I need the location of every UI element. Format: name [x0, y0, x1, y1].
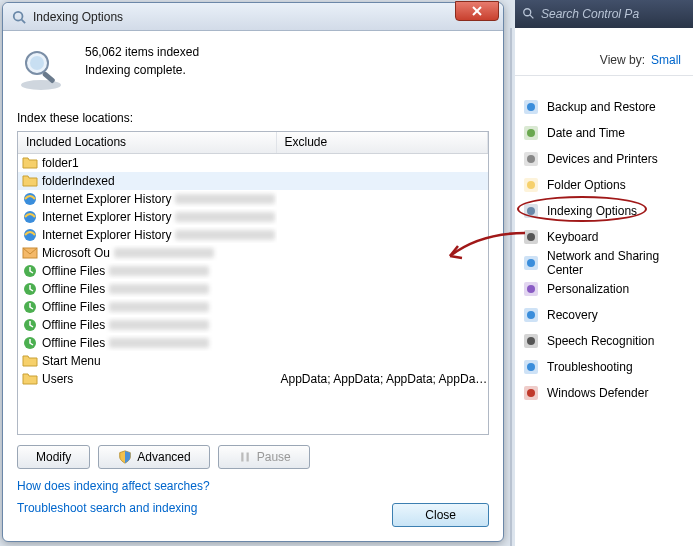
row-label: Offline Files: [42, 264, 105, 278]
search-bar[interactable]: Search Control Pa: [515, 0, 693, 28]
magnifier-icon: [17, 45, 65, 93]
offline-icon: [22, 263, 38, 279]
cp-item-recovery[interactable]: Recovery: [523, 302, 685, 328]
svg-point-36: [527, 285, 535, 293]
offline-icon: [22, 335, 38, 351]
advanced-button[interactable]: Advanced: [98, 445, 209, 469]
cp-item-label: Backup and Restore: [547, 100, 656, 114]
indexing-icon: [11, 9, 27, 25]
table-row[interactable]: Offline Files: [18, 280, 488, 298]
indexing-status: Indexing complete.: [85, 61, 199, 79]
locations-table: Included Locations Exclude folder1folder…: [17, 131, 489, 435]
cp-item-label: Speech Recognition: [547, 334, 654, 348]
redacted-text: [175, 194, 275, 204]
table-row[interactable]: folder1: [18, 154, 488, 172]
cp-item-label: Windows Defender: [547, 386, 648, 400]
svg-point-42: [527, 363, 535, 371]
table-row[interactable]: Offline Files: [18, 316, 488, 334]
offline-icon: [22, 317, 38, 333]
cell-location: Internet Explorer History: [18, 209, 277, 225]
cp-item-backup[interactable]: Backup and Restore: [523, 94, 685, 120]
svg-point-24: [527, 129, 535, 137]
redacted-text: [175, 212, 275, 222]
cell-location: Offline Files: [18, 317, 277, 333]
cp-item-troubleshooting[interactable]: Troubleshooting: [523, 354, 685, 380]
table-row[interactable]: Internet Explorer History: [18, 190, 488, 208]
svg-rect-17: [241, 453, 243, 462]
row-label: Microsoft Ou: [42, 246, 110, 260]
table-row[interactable]: UsersAppData; AppData; AppData; AppData;…: [18, 370, 488, 388]
cell-location: Microsoft Ou: [18, 245, 277, 261]
row-label: folderIndexed: [42, 174, 115, 188]
cp-item-network[interactable]: Network and Sharing Center: [523, 250, 685, 276]
items-indexed: 56,062 items indexed: [85, 43, 199, 61]
table-body: folder1folderIndexedInternet Explorer Hi…: [18, 154, 488, 434]
close-button[interactable]: Close: [392, 503, 489, 527]
cp-item-label: Devices and Printers: [547, 152, 658, 166]
cp-item-defender[interactable]: Windows Defender: [523, 380, 685, 406]
cp-item-datetime[interactable]: Date and Time: [523, 120, 685, 146]
close-icon[interactable]: [455, 1, 499, 21]
cp-item-devices[interactable]: Devices and Printers: [523, 146, 685, 172]
folder-icon: [22, 371, 38, 387]
cp-item-folderopt[interactable]: Folder Options: [523, 172, 685, 198]
redacted-text: [109, 266, 209, 276]
speech-icon: [523, 333, 539, 349]
row-label: Offline Files: [42, 282, 105, 296]
pause-icon: [237, 449, 253, 465]
cell-exclude: AppData; AppData; AppData; AppData; A...: [277, 372, 489, 386]
outlook-icon: [22, 245, 38, 261]
table-row[interactable]: Offline Files: [18, 262, 488, 280]
svg-rect-18: [246, 453, 248, 462]
cp-item-label: Troubleshooting: [547, 360, 633, 374]
table-row[interactable]: Start Menu: [18, 352, 488, 370]
instructions-label: Index these locations:: [17, 111, 489, 125]
help-link[interactable]: How does indexing affect searches?: [17, 479, 489, 493]
table-header: Included Locations Exclude: [18, 132, 488, 154]
redacted-text: [175, 230, 275, 240]
offline-icon: [22, 299, 38, 315]
cp-item-speech[interactable]: Speech Recognition: [523, 328, 685, 354]
svg-point-30: [527, 207, 535, 215]
table-row[interactable]: Internet Explorer History: [18, 208, 488, 226]
cp-item-indexing[interactable]: Indexing Options: [523, 198, 685, 224]
cp-item-label: Recovery: [547, 308, 598, 322]
svg-point-44: [527, 389, 535, 397]
search-placeholder: Search Control Pa: [541, 7, 639, 21]
table-row[interactable]: Offline Files: [18, 298, 488, 316]
folder-icon: [22, 173, 38, 189]
cell-location: Users: [18, 371, 277, 387]
svg-point-4: [21, 80, 61, 90]
defender-icon: [523, 385, 539, 401]
svg-point-32: [527, 233, 535, 241]
redacted-text: [114, 248, 214, 258]
row-label: Offline Files: [42, 318, 105, 332]
folder-icon: [22, 353, 38, 369]
control-panel-sidebar: Search Control Pa View by: Small Backup …: [515, 0, 693, 546]
viewby-row: View by: Small: [515, 28, 693, 76]
svg-point-0: [14, 11, 23, 20]
table-row[interactable]: Internet Explorer History: [18, 226, 488, 244]
table-row[interactable]: folderIndexed: [18, 172, 488, 190]
cp-item-keyboard[interactable]: Keyboard: [523, 224, 685, 250]
datetime-icon: [523, 125, 539, 141]
table-row[interactable]: Offline Files: [18, 334, 488, 352]
folder-icon: [22, 155, 38, 171]
titlebar[interactable]: Indexing Options: [3, 3, 503, 31]
row-label: Internet Explorer History: [42, 228, 171, 242]
table-row[interactable]: Microsoft Ou: [18, 244, 488, 262]
col-exclude[interactable]: Exclude: [277, 132, 489, 153]
viewby-value[interactable]: Small: [651, 53, 681, 67]
indexing-icon: [523, 203, 539, 219]
cp-item-personalization[interactable]: Personalization: [523, 276, 685, 302]
svg-point-22: [527, 103, 535, 111]
keyboard-icon: [523, 229, 539, 245]
cell-location: Offline Files: [18, 263, 277, 279]
row-label: Users: [42, 372, 73, 386]
ie-icon: [22, 191, 38, 207]
svg-point-19: [524, 9, 531, 16]
modify-button[interactable]: Modify: [17, 445, 90, 469]
pause-button: Pause: [218, 445, 310, 469]
col-included[interactable]: Included Locations: [18, 132, 277, 153]
svg-line-20: [530, 15, 534, 19]
